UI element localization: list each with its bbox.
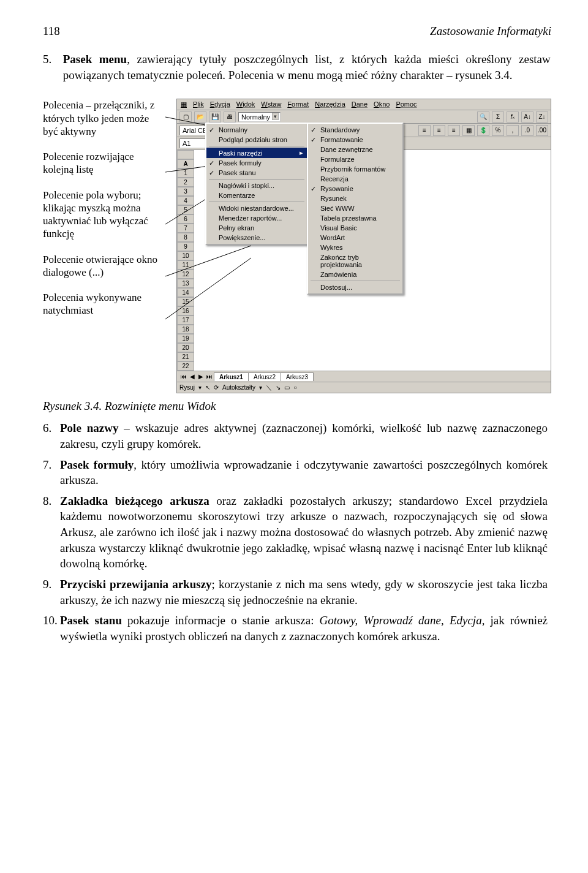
submenu-item[interactable]: Dostosuj... xyxy=(308,282,402,292)
submenu-item-label: Dane zewnętrzne xyxy=(320,146,373,153)
line-icon[interactable]: ＼ xyxy=(266,384,272,392)
menu-item[interactable]: Podgląd podziału stron xyxy=(206,135,307,145)
list-item: 9.Przyciski przewijania arkuszy; korzyst… xyxy=(43,576,551,608)
menu-item[interactable]: Pełny ekran xyxy=(206,223,307,233)
menu-item[interactable]: Menedżer raportów... xyxy=(206,213,307,223)
list-lead-term: Pole nazwy xyxy=(60,421,118,434)
figure-labels: Polecenia – przełączniki, z których tylk… xyxy=(43,99,165,317)
menu-item-label: Pełny ekran xyxy=(219,224,254,232)
zoom-icon[interactable]: 🔍 xyxy=(477,111,489,123)
menu-item[interactable]: Paski narzędzi▸ xyxy=(206,148,307,158)
tab-first-icon[interactable]: ⏮ xyxy=(179,373,188,380)
figure: Polecenia – przełączniki, z których tylk… xyxy=(43,99,551,393)
submenu-item-label: Standardowy xyxy=(320,126,360,134)
merge-icon[interactable]: ▦ xyxy=(462,125,475,136)
sheet-tab-2[interactable]: Arkusz2 xyxy=(248,372,281,381)
drawing-toolbar[interactable]: Rysuj▾ ↖ ⟳ Autokształty▾ ＼ ↘ ▭ ○ xyxy=(177,382,551,393)
tab-last-icon[interactable]: ⏭ xyxy=(205,373,214,380)
submenu-item[interactable]: ✓Formatowanie xyxy=(308,135,402,145)
figure-label-1: Polecenia – przełączniki, z których tylk… xyxy=(43,99,165,138)
align-right-icon[interactable]: ≡ xyxy=(448,125,460,136)
menu-pomoc[interactable]: Pomoc xyxy=(396,100,417,108)
draw-label[interactable]: Rysuj xyxy=(179,384,195,391)
sort-asc-icon[interactable]: A↓ xyxy=(521,111,533,123)
autoshapes-label[interactable]: Autokształty xyxy=(222,384,255,391)
submenu-item[interactable]: Tabela przestawna xyxy=(308,213,402,223)
list-number: 5. xyxy=(43,51,60,67)
submenu-item[interactable]: Sieć WWW xyxy=(308,203,402,213)
menu-item-label: Komentarze xyxy=(219,192,255,199)
menu-item-label: Paski narzędzi xyxy=(219,149,263,157)
sort-desc-icon[interactable]: Z↓ xyxy=(536,111,548,123)
menu-item-label: Menedżer raportów... xyxy=(219,214,282,222)
figure-caption: Rysunek 3.4. Rozwinięte menu Widok xyxy=(43,399,551,413)
list-italic-text: Gotowy, Wprowadź dane, Edycja xyxy=(320,614,482,627)
arrow-icon[interactable]: ↘ xyxy=(276,384,281,391)
submenu-item[interactable]: Przybornik formantów xyxy=(308,164,402,174)
submenu-item[interactable]: Recenzja xyxy=(308,174,402,184)
align-center-icon[interactable]: ≡ xyxy=(433,125,445,136)
list-item: 8.Zakładka bieżącego arkusza oraz zakład… xyxy=(43,493,551,572)
tab-next-icon[interactable]: ▶ xyxy=(197,373,205,380)
menu-item[interactable]: Powiększenie... xyxy=(206,233,307,243)
list-item: 7.Pasek formuły, który umożliwia wprowad… xyxy=(43,457,551,488)
figure-label-4: Polecenie otwierające okno dialogowe (..… xyxy=(43,253,165,279)
tab-prev-icon[interactable]: ◀ xyxy=(188,373,197,380)
row-header[interactable]: 22 xyxy=(177,361,194,371)
submenu-item[interactable]: Rysunek xyxy=(308,194,402,203)
list-item: 6.Pole nazwy – wskazuje adres aktywnej (… xyxy=(43,420,551,452)
comma-icon[interactable]: , xyxy=(507,125,519,136)
percent-icon[interactable]: % xyxy=(492,125,504,136)
inc-dec-icon[interactable]: .0 xyxy=(521,125,533,136)
submenu-item-label: Formularze xyxy=(320,156,355,163)
submenu-item[interactable]: ✓Standardowy xyxy=(308,125,402,135)
list-rest-text: , zawierający tytuły poszczególnych list… xyxy=(63,53,551,81)
list-rest-text: , który umożliwia wprowadzanie i odczyty… xyxy=(60,458,548,487)
figure-label-3: Polecenie pola wyboru; klikając myszką m… xyxy=(43,189,165,241)
fx-icon[interactable]: fₓ xyxy=(507,111,519,123)
list-lead-term: Przyciski przewijania arkuszy xyxy=(60,578,212,591)
align-left-icon[interactable]: ≡ xyxy=(418,125,431,136)
menu-item[interactable]: ✓Pasek formuły xyxy=(206,158,307,168)
submenu-item-label: Visual Basic xyxy=(320,224,357,232)
dec-dec-icon[interactable]: .00 xyxy=(536,125,548,136)
list-number: 10. xyxy=(43,613,60,629)
submenu-item-label: Sieć WWW xyxy=(320,205,355,212)
submenu-item[interactable]: Zakończ tryb projektowania xyxy=(308,252,402,270)
currency-icon[interactable]: 💲 xyxy=(477,125,489,136)
menu-item[interactable]: Widoki niestandardowe... xyxy=(206,203,307,213)
menu-item-label: Podgląd podziału stron xyxy=(219,136,287,143)
list-item-5: 5. Pasek menu, zawierający tytuły poszcz… xyxy=(43,51,551,83)
submenu-item[interactable]: WordArt xyxy=(308,233,402,243)
submenu-item[interactable]: Formularze xyxy=(308,154,402,164)
list-number: 8. xyxy=(43,493,60,509)
pointer-icon[interactable]: ↖ xyxy=(205,384,210,391)
sum-icon[interactable]: Σ xyxy=(492,111,504,123)
toolbars-submenu[interactable]: ✓Standardowy✓FormatowanieDane zewnętrzne… xyxy=(307,123,404,295)
menu-item[interactable]: ✓Normalny xyxy=(206,125,307,135)
oval-icon[interactable]: ○ xyxy=(293,384,297,391)
sheet-tab-3[interactable]: Arkusz3 xyxy=(281,372,314,381)
submenu-item-label: Rysowanie xyxy=(320,185,353,192)
menu-item[interactable]: ✓Pasek stanu xyxy=(206,168,307,178)
rotate-icon[interactable]: ⟳ xyxy=(214,384,219,391)
menu-item[interactable]: Komentarze xyxy=(206,191,307,200)
menu-item[interactable]: Nagłówki i stopki... xyxy=(206,181,307,191)
submenu-item-label: Zamówienia xyxy=(320,271,356,278)
submenu-item[interactable]: ✓Rysowanie xyxy=(308,184,402,194)
submenu-item[interactable]: Dane zewnętrzne xyxy=(308,145,402,154)
menu-okno[interactable]: Okno xyxy=(374,100,390,108)
widok-menu[interactable]: ✓NormalnyPodgląd podziału stronPaski nar… xyxy=(205,123,308,245)
page-number: 118 xyxy=(43,25,60,38)
sheet-tabs[interactable]: ⏮ ◀ ▶ ⏭ Arkusz1 Arkusz2 Arkusz3 xyxy=(177,371,551,382)
list-content: Zakładka bieżącego arkusza oraz zakładki… xyxy=(60,493,548,572)
submenu-item[interactable]: Wykres xyxy=(308,243,402,252)
list-lead-term: Zakładka bieżącego arkusza xyxy=(60,494,209,507)
list-content: Pasek formuły, który umożliwia wprowadza… xyxy=(60,457,548,488)
submenu-item[interactable]: Zamówienia xyxy=(308,270,402,279)
sheet-tab-1[interactable]: Arkusz1 xyxy=(214,372,249,381)
rect-icon[interactable]: ▭ xyxy=(284,384,290,391)
submenu-item-label: Formatowanie xyxy=(320,136,363,143)
submenu-item[interactable]: Visual Basic xyxy=(308,223,402,233)
submenu-item-label: Przybornik formantów xyxy=(320,165,385,173)
